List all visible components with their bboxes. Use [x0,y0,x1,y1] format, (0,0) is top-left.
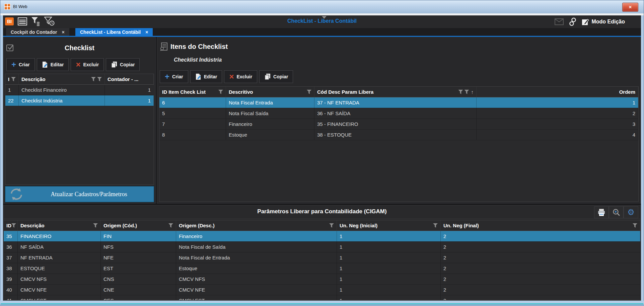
header-label: Origem (Cód.) [103,223,137,228]
filter-icon[interactable] [433,223,438,228]
table-row-selected[interactable]: 6 Nota Fiscal Entrada 37 - NF ENTRADA 1 [159,97,638,108]
table-row[interactable]: 7 Financeiro 35 - FINANCEIRO 3 [159,119,638,130]
filter-icon[interactable] [91,77,96,81]
cell-ordem: 3 [477,119,638,129]
table-row[interactable]: 37 NF ENTRADA NFE Nota Fiscal de Entrada… [4,252,640,263]
active-tab-underline [3,36,641,37]
col-header-descricao[interactable]: Descrição [18,220,101,231]
table-row[interactable]: 40 CMCV NFE CNE CMCV NFE 1 2 [4,285,640,295]
criar-button[interactable]: + Criar [160,70,188,83]
filter-icon[interactable] [11,77,16,81]
tab-checklist-libera-contabil[interactable]: CheckList - Libera Contábil × [75,28,153,36]
col-header-id-item[interactable]: ID Item Check List [159,87,226,97]
toolbar-right-group: Modo Edição [555,17,625,26]
criar-button[interactable]: + Criar [6,58,35,71]
mail-icon[interactable] [555,18,564,25]
cell-origem-desc: Estoque [176,263,337,274]
parametros-title: Parâmetros Liberar para Contabilidade (C… [4,208,640,215]
cell-descricao: Checklist Financeiro [19,85,105,95]
cell-id: 39 [4,274,18,284]
editar-button[interactable]: Editar [37,58,69,71]
sort-ascending-icon[interactable]: ↑ [471,89,474,95]
header-label: Descrição [20,223,45,228]
header-label: Cód Desc Param Libera [317,89,373,95]
col-header-origem-desc[interactable]: Origem (Desc.) [176,220,337,231]
close-button[interactable]: × [622,3,638,12]
cell-origem-cod: NFE [101,252,176,263]
settings-button[interactable]: ⚙ [624,206,638,218]
itens-checklist-panel: Itens do Checklist Checklist Indústria +… [157,37,641,204]
table-row-selected[interactable]: 35 FINANCEIRO FIN Financeiro 1 2 [4,231,640,242]
filter-icon[interactable] [458,90,463,94]
filter-icon[interactable] [168,223,173,228]
cell-inicial: 1 [337,242,441,252]
copiar-button[interactable]: Copiar [259,70,293,83]
col-header-un-neg-final[interactable]: Un. Neg (Final) [441,220,640,231]
main-toolbar: BI CheckList - Libera [3,15,641,28]
edit-mode-label[interactable]: Modo Edição [591,19,625,25]
cell-descricao: CMCV EST [18,295,101,300]
excluir-button[interactable]: × Excluir [71,58,104,71]
col-header-cod-desc-param[interactable]: Cód Desc Param Libera ↑ [314,87,477,97]
filter-icon[interactable] [11,223,16,228]
itens-table: ID Item Check List Descritivo Cód Desc P… [159,86,639,202]
table-row[interactable]: 8 Estoque 38 - ESTOQUE 4 [159,130,638,140]
table-row[interactable]: 36 NF SAÍDA NFS Nota Fiscal de Saída 1 2 [4,242,640,252]
filter-icon[interactable] [307,90,311,94]
tab-close-icon[interactable]: × [145,29,148,35]
filter-icon[interactable] [633,223,637,228]
link-icon[interactable] [569,17,576,26]
col-header-id[interactable]: ID [4,220,18,231]
cell-inicial: 1 [337,263,441,274]
col-header-contador[interactable]: Contador - ... [105,74,154,84]
checklist-table: I Descrição Contador - ... 1 Checklist F… [5,74,154,185]
filter-icon[interactable] [329,223,334,228]
tab-cockpit-do-contador[interactable]: Cockpit do Contador × [6,28,69,36]
cell-origem-desc: Nota Fiscal de Entrada [176,252,337,263]
header-label: Descrição [21,76,46,82]
cell-origem-cod: EST [101,263,176,274]
tab-close-icon[interactable]: × [62,29,64,35]
copiar-button[interactable]: Copiar [106,58,140,71]
zoom-button[interactable] [609,206,624,218]
excluir-button[interactable]: × Excluir [224,70,257,83]
plus-icon: + [165,73,169,80]
table-row[interactable]: 1 Checklist Financeiro 1 [5,85,154,95]
filter-icon[interactable] [93,223,98,228]
print-button[interactable] [594,206,609,218]
cell-final: 2 [441,231,640,241]
window-title: BI Web [13,4,27,9]
col-header-origem-cod[interactable]: Origem (Cód.) [101,220,176,231]
cell-descritivo: Estoque [226,130,314,140]
table-row[interactable]: 39 CMCV NFS CNS CMCV NFS 1 2 [4,274,640,285]
tab-label: CheckList - Libera Contábil [80,29,141,35]
filter-icon[interactable] [97,77,102,81]
table-row[interactable]: 38 ESTOQUE EST Estoque 1 2 [4,263,640,274]
filter-icon[interactable] [464,90,469,94]
atualizar-cadastros-button[interactable]: Atualizar Cadastros/Parâmetros [5,186,154,202]
filter-icon[interactable] [218,90,223,94]
table-row-partial[interactable]: 41 CMCV EST CES CMCV EST 1 2 [4,295,640,300]
cell-final: 2 [441,295,640,300]
table-row-selected[interactable]: 22 Checklist Indústria 1 [5,95,154,106]
cell-id: 35 [4,231,18,241]
parametros-panel: Parâmetros Liberar para Contabilidade (C… [3,205,641,301]
edit-mode-icon[interactable] [582,18,589,26]
cell-inicial: 1 [337,285,441,295]
cell-id: 7 [159,119,226,129]
cell-id: 38 [4,263,18,274]
cell-id: 37 [4,252,18,263]
cell-id: 40 [4,285,18,295]
col-header-id[interactable]: I [5,74,19,84]
cell-contador: 1 [105,85,154,95]
col-header-un-neg-inicial[interactable]: Un. Neg (Inicial) [337,220,441,231]
header-label: Un. Neg (Final) [443,223,479,228]
criar-label: Criar [19,62,30,67]
col-header-descricao[interactable]: Descrição [19,74,105,84]
col-header-ordem[interactable]: Ordem [477,87,638,97]
cell-ordem: 2 [477,108,638,119]
table-row[interactable]: 5 Nota Fiscal Saída 36 - NF SAÍDA 2 [159,108,638,119]
editar-button[interactable]: Editar [190,70,222,83]
col-header-descritivo[interactable]: Descritivo [226,87,314,97]
cell-id: 6 [159,97,226,108]
